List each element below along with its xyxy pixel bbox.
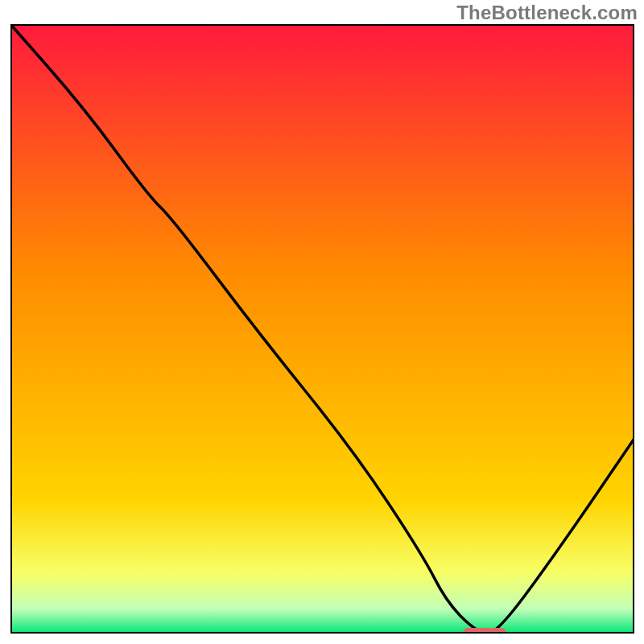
- gradient-background: [10, 24, 634, 634]
- chart-stage: TheBottleneck.com: [0, 0, 644, 644]
- chart-plot-area: [10, 24, 634, 634]
- chart-svg: [10, 24, 634, 634]
- watermark-label: TheBottleneck.com: [456, 2, 638, 24]
